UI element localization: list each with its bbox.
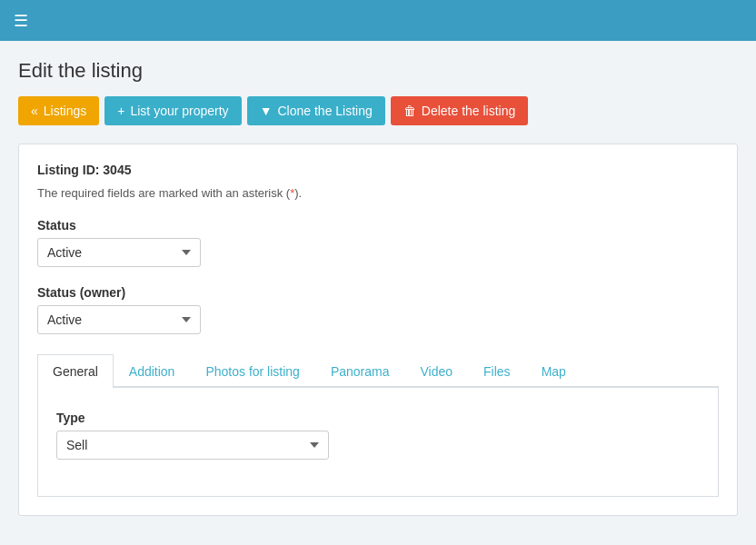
page-content: Edit the listing « Listings + List your … (0, 41, 756, 516)
toolbar: « Listings + List your property ▼ Clone … (18, 96, 738, 125)
trash-icon: 🗑 (403, 104, 416, 118)
tab-map[interactable]: Map (526, 354, 582, 388)
clone-listing-button[interactable]: ▼ Clone the Listing (247, 96, 385, 125)
type-group: Type Sell Rent Both (56, 411, 700, 460)
listing-id-value: 3045 (103, 163, 131, 177)
listings-button[interactable]: « Listings (18, 96, 99, 125)
listings-label: Listings (44, 104, 86, 118)
list-property-button[interactable]: + List your property (104, 96, 241, 125)
tab-photos-for-listing[interactable]: Photos for listing (190, 354, 315, 388)
required-note-post: ). (294, 186, 302, 200)
delete-label: Delete the listing (422, 104, 516, 118)
page-title: Edit the listing (18, 59, 738, 83)
tab-video[interactable]: Video (405, 354, 469, 388)
status-group: Status Active Inactive Pending (37, 218, 719, 267)
clone-label: Clone the Listing (277, 104, 372, 118)
status-owner-label: Status (owner) (37, 285, 719, 300)
tabs-bar: General Addition Photos for listing Pano… (37, 352, 719, 388)
status-select[interactable]: Active Inactive Pending (37, 238, 201, 267)
status-owner-group: Status (owner) Active Inactive Pending (37, 285, 719, 334)
delete-listing-button[interactable]: 🗑 Delete the listing (391, 96, 529, 125)
tab-files[interactable]: Files (468, 354, 526, 388)
required-note-pre: The required fields are marked with an a… (37, 186, 290, 200)
listing-id-row: Listing ID: 3045 (37, 163, 719, 177)
tab-general[interactable]: General (37, 354, 114, 388)
back-arrow-icon: « (31, 104, 38, 118)
listing-id-label: Listing ID: (37, 163, 99, 177)
plus-icon: + (117, 104, 124, 118)
status-owner-select[interactable]: Active Inactive Pending (37, 305, 201, 334)
filter-icon: ▼ (260, 104, 273, 118)
type-label: Type (56, 411, 700, 425)
required-note: The required fields are marked with an a… (37, 186, 719, 200)
tab-content: Type Sell Rent Both (37, 388, 719, 497)
navbar: ☰ (0, 0, 756, 41)
main-card: Listing ID: 3045 The required fields are… (18, 144, 738, 516)
list-property-label: List your property (130, 104, 228, 118)
status-label: Status (37, 218, 719, 233)
type-select[interactable]: Sell Rent Both (56, 431, 329, 460)
tab-panorama[interactable]: Panorama (315, 354, 405, 388)
hamburger-icon[interactable]: ☰ (14, 11, 28, 31)
tab-addition[interactable]: Addition (114, 354, 191, 388)
